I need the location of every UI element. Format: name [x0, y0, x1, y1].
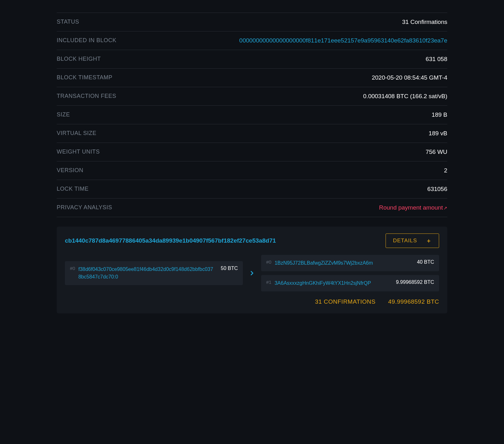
label-status: STATUS: [57, 19, 79, 25]
plus-icon: ＋: [426, 237, 432, 244]
value-block-height: 631 058: [426, 56, 447, 63]
value-lock-time: 631056: [427, 186, 447, 193]
details-button[interactable]: DETAILS ＋: [386, 233, 439, 248]
label-block-timestamp: BLOCK TIMESTAMP: [57, 74, 112, 81]
row-privacy-analysis: PRIVACY ANALYSIS Round payment amount↗: [57, 198, 447, 217]
row-status: STATUS 31 Confirmations: [57, 13, 447, 31]
label-lock-time: LOCK TIME: [57, 186, 89, 192]
output-address-link[interactable]: 3A6AsxxxzgHnGKhiFyW4tYX1Hn2sjNfrQP: [275, 279, 390, 287]
row-size: SIZE 189 B: [57, 105, 447, 124]
outputs-column: #0 1BzN95J72BLBafwgZiZZvM9s7Wj2bxzA6m 40…: [261, 255, 439, 291]
transaction-io: #0 f38d6f043c070ce9805ee81f46db4d32d0c9f…: [65, 255, 439, 291]
external-link-icon: ↗: [444, 205, 447, 211]
value-version: 2: [444, 167, 447, 174]
row-block-timestamp: BLOCK TIMESTAMP 2020-05-20 08:54:45 GMT-…: [57, 68, 447, 87]
label-weight-units: WEIGHT UNITS: [57, 149, 100, 155]
row-lock-time: LOCK TIME 631056: [57, 180, 447, 198]
input-amount: 50 BTC: [221, 266, 238, 271]
details-button-label: DETAILS: [393, 238, 417, 244]
label-size: SIZE: [57, 111, 70, 118]
output-address-link[interactable]: 1BzN95J72BLBafwgZiZZvM9s7Wj2bxzA6m: [275, 259, 411, 267]
value-privacy-analysis-link[interactable]: Round payment amount↗: [379, 204, 447, 211]
value-virtual-size: 189 vB: [429, 130, 447, 137]
output-index: #1: [266, 279, 272, 285]
value-transaction-fees: 0.00031408 BTC (166.2 sat/vB): [363, 93, 447, 100]
footer-total-amount: 49.99968592 BTC: [388, 298, 439, 305]
input-index: #0: [70, 266, 75, 271]
transaction-header: cb1440c787d8a46977886405a34da89939e1b049…: [65, 233, 439, 248]
row-included-in-block: INCLUDED IN BLOCK 00000000000000000000f8…: [57, 31, 447, 50]
output-index: #0: [266, 259, 272, 265]
label-version: VERSION: [57, 167, 83, 174]
chevron-right-icon: [249, 270, 255, 277]
transaction-card: cb1440c787d8a46977886405a34da89939e1b049…: [57, 227, 447, 313]
inputs-column: #0 f38d6f043c070ce9805ee81f46db4d32d0c9f…: [65, 261, 243, 285]
transaction-footer: 31 CONFIRMATIONS 49.99968592 BTC: [65, 298, 439, 305]
label-block-height: BLOCK HEIGHT: [57, 56, 101, 62]
input-txid-link[interactable]: f38d6f043c070ce9805ee81f46db4d32d0c9f148…: [78, 266, 215, 281]
row-transaction-fees: TRANSACTION FEES 0.00031408 BTC (166.2 s…: [57, 87, 447, 105]
value-block-hash-link[interactable]: 00000000000000000000f811e171eee52157e9a9…: [239, 37, 447, 44]
output-amount: 40 BTC: [417, 259, 434, 265]
transaction-id-link[interactable]: cb1440c787d8a46977886405a34da89939e1b049…: [65, 237, 276, 244]
privacy-analysis-text: Round payment amount: [379, 204, 443, 211]
label-transaction-fees: TRANSACTION FEES: [57, 93, 116, 99]
row-block-height: BLOCK HEIGHT 631 058: [57, 50, 447, 68]
value-size: 189 B: [432, 111, 447, 118]
footer-confirmations: 31 CONFIRMATIONS: [315, 298, 375, 305]
transaction-details-table: STATUS 31 Confirmations INCLUDED IN BLOC…: [57, 13, 447, 217]
row-version: VERSION 2: [57, 161, 447, 180]
label-privacy-analysis: PRIVACY ANALYSIS: [57, 204, 112, 211]
output-amount: 9.99968592 BTC: [396, 279, 434, 285]
output-row[interactable]: #1 3A6AsxxxzgHnGKhiFyW4tYX1Hn2sjNfrQP 9.…: [261, 275, 439, 291]
label-virtual-size: VIRTUAL SIZE: [57, 130, 96, 137]
input-row[interactable]: #0 f38d6f043c070ce9805ee81f46db4d32d0c9f…: [65, 261, 243, 285]
output-row[interactable]: #0 1BzN95J72BLBafwgZiZZvM9s7Wj2bxzA6m 40…: [261, 255, 439, 271]
value-weight-units: 756 WU: [426, 149, 447, 155]
row-virtual-size: VIRTUAL SIZE 189 vB: [57, 124, 447, 143]
label-included-in-block: INCLUDED IN BLOCK: [57, 37, 117, 44]
value-block-timestamp: 2020-05-20 08:54:45 GMT-4: [372, 74, 447, 81]
value-status: 31 Confirmations: [402, 19, 447, 25]
row-weight-units: WEIGHT UNITS 756 WU: [57, 143, 447, 161]
